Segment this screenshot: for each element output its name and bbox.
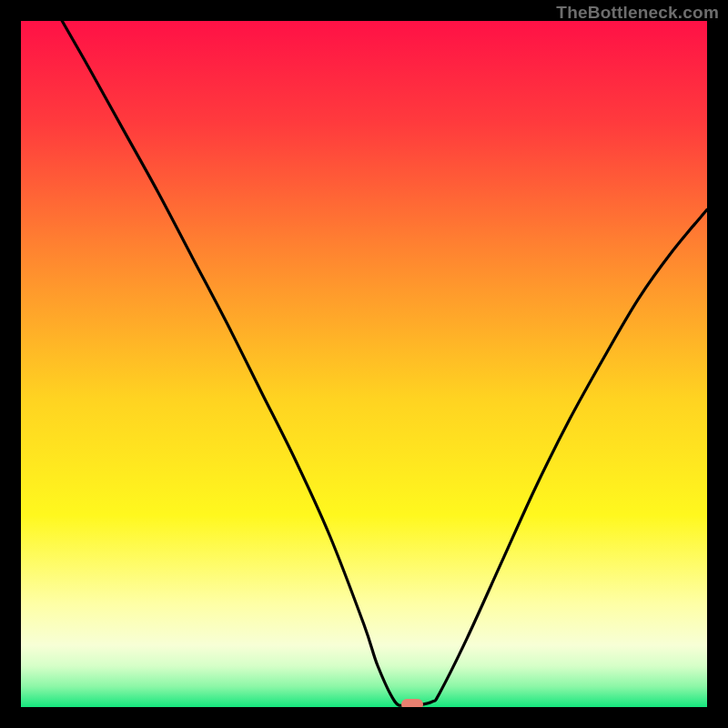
plot-area [21,21,707,707]
optimal-point-marker [401,699,423,707]
curve-line [21,21,707,707]
chart-container: TheBottleneck.com [0,0,728,728]
watermark-text: TheBottleneck.com [556,3,719,23]
